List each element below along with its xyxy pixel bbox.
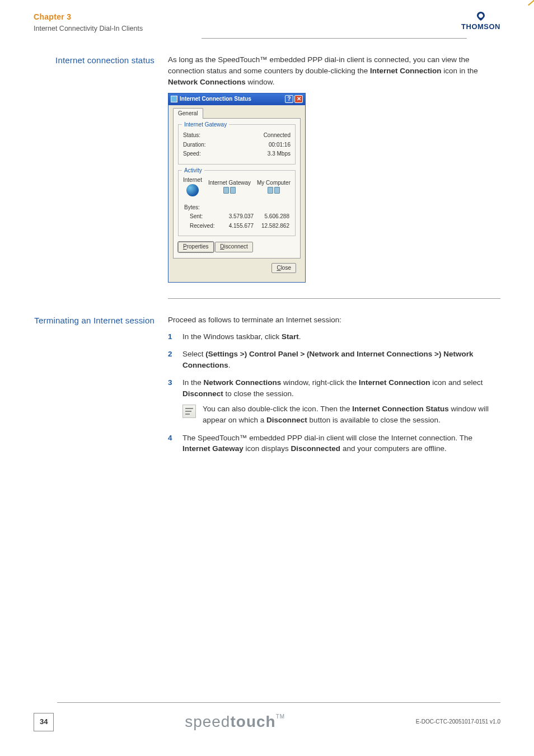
step-number: 4 [168,433,182,454]
page-header: Chapter 3 Internet Connectivity Dial-In … [0,0,534,38]
activity-head-mycomputer: My Computer [257,179,291,187]
product-logo: speedtouchTM [185,711,285,734]
terminate-intro: Proceed as follows to terminate an Inter… [168,314,500,326]
bytes-table: Bytes: Sent: 3.579.037 5.606.288 Receive… [183,203,291,232]
group-activity-title: Activity [182,167,204,175]
close-button[interactable]: ✕ [294,95,303,103]
page-footer: 34 speedtouchTM E-DOC-CTC-20051017-0151 … [0,702,534,734]
footer-rule [57,702,500,703]
chapter-subtitle: Internet Connectivity Dial-In Clients [34,24,143,34]
page-number: 34 [34,713,54,731]
section-status-body: As long as the SpeedTouch™ embedded PPP … [168,54,500,283]
side-label-status: Internet connection status [34,54,168,283]
dialog-connection-status: Internet Connection Status ? ✕ General I… [168,93,306,283]
section-terminate-body: Proceed as follows to terminate an Inter… [168,314,500,461]
section-status: Internet connection status As long as th… [34,54,500,283]
step-number: 3 [168,377,182,425]
chapter-title: Chapter 3 [34,11,143,22]
properties-button[interactable]: Properties [178,242,214,252]
note-text: You can also double-click the icon. Then… [203,403,500,425]
doc-id: E-DOC-CTC-20051017-0151 v1.0 [416,718,500,726]
rule-top [202,38,467,39]
step-3: In the Network Connections window, right… [182,377,500,425]
side-label-terminate: Terminating an Internet session [34,314,168,461]
dialog-app-icon [171,96,177,102]
brand-name: THOMSON [461,22,500,32]
globe-icon [186,184,199,196]
group-gateway: Internet Gateway Status:Connected Durati… [178,124,296,165]
rule-sep [168,298,500,299]
status-paragraph: As long as the SpeedTouch™ embedded PPP … [168,54,500,87]
disconnect-button[interactable]: Disconnect [215,242,252,252]
activity-head-gateway: Internet Gateway [208,179,251,187]
chapter-block: Chapter 3 Internet Connectivity Dial-In … [34,11,143,34]
step-1: In the Windows taskbar, click Start. [182,331,500,342]
step-number: 1 [168,331,182,342]
dialog-titlebar: Internet Connection Status ? ✕ [168,93,305,105]
note-block: You can also double-click the icon. Then… [182,403,500,425]
brand-logo: THOMSON [461,11,500,32]
gateway-icon [223,187,236,194]
terminate-steps: 1 In the Windows taskbar, click Start. 2… [168,331,500,454]
thomson-icon [475,11,486,21]
step-4: The SpeedTouch™ embedded PPP dial-in cli… [182,433,500,454]
group-gateway-title: Internet Gateway [182,121,229,129]
close-dialog-button[interactable]: Close [271,263,296,274]
activity-head-internet: Internet [183,176,202,185]
step-number: 2 [168,349,182,370]
computer-icon [268,187,280,194]
tab-general[interactable]: General [173,108,203,119]
help-button[interactable]: ? [285,95,293,103]
dialog-title-text: Internet Connection Status [180,95,251,104]
section-terminate: Terminating an Internet session Proceed … [34,314,500,461]
step-2: Select (Settings >) Control Panel > (Net… [182,349,500,370]
note-icon [182,405,196,418]
group-activity: Activity Internet Internet Gateway [178,170,296,237]
